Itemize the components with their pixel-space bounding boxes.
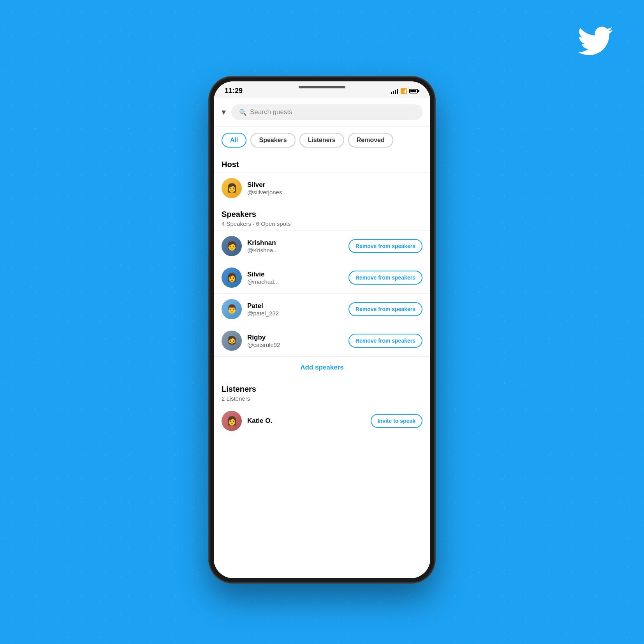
avatar-silver: 👩: [222, 178, 242, 198]
silvie-info: Silvie @machad...: [247, 271, 348, 285]
avatar-krishnan: 🧑: [222, 236, 242, 256]
tab-speakers[interactable]: Speakers: [250, 133, 295, 148]
status-icons: 📶: [391, 88, 419, 94]
host-user-info: Silver @siilverjones: [247, 181, 422, 195]
search-icon: 🔍: [239, 109, 247, 116]
silvie-name: Silvie: [247, 271, 348, 278]
search-placeholder: Search guests: [250, 108, 292, 116]
phone-frame: 11:29 📶: [209, 77, 435, 583]
chevron-down-icon[interactable]: ▾: [222, 107, 226, 117]
filter-tabs: All Speakers Listeners Removed: [214, 127, 430, 154]
search-bar[interactable]: 🔍 Search guests: [231, 104, 422, 120]
phone-notch: [299, 86, 345, 88]
phone-screen: 11:29 📶: [214, 81, 430, 578]
listeners-section: Listeners 2 Listeners 👩 Katie O. Invite …: [214, 378, 430, 436]
rigby-handle: @catsrule92: [247, 341, 348, 348]
twitter-logo: [578, 23, 613, 66]
speakers-section-subtitle: 4 Speakers · 6 Open spots: [222, 220, 422, 227]
host-section-title: Host: [222, 160, 422, 169]
status-bar: 11:29 📶: [214, 81, 430, 98]
patel-handle: @patel_232: [247, 310, 348, 317]
krishnan-info: Krishnan @Krishna...: [247, 239, 348, 253]
tab-listeners[interactable]: Listeners: [299, 133, 344, 148]
host-name: Silver: [247, 181, 422, 189]
tab-all[interactable]: All: [222, 133, 246, 148]
listeners-section-subtitle: 2 Listeners: [222, 395, 422, 402]
header: ▾ 🔍 Search guests: [214, 98, 430, 127]
remove-silvie-button[interactable]: Remove from speakers: [348, 271, 422, 285]
krishnan-name: Krishnan: [247, 239, 348, 247]
wifi-icon: 📶: [400, 88, 407, 94]
katie-name: Katie O.: [247, 417, 371, 425]
krishnan-handle: @Krishna...: [247, 247, 348, 253]
patel-info: Patel @patel_232: [247, 302, 348, 317]
speaker-row-silvie: 👩 Silvie @machad... Remove from speakers: [214, 262, 430, 293]
avatar-rigby: 🧔: [222, 331, 242, 351]
remove-patel-button[interactable]: Remove from speakers: [348, 302, 422, 316]
silvie-handle: @machad...: [247, 278, 348, 285]
remove-krishnan-button[interactable]: Remove from speakers: [348, 239, 422, 253]
host-handle: @siilverjones: [247, 189, 422, 195]
invite-katie-button[interactable]: Invite to speak: [371, 414, 422, 428]
remove-rigby-button[interactable]: Remove from speakers: [348, 334, 422, 348]
listeners-section-title: Listeners: [222, 385, 422, 394]
listeners-section-header: Listeners 2 Listeners: [214, 378, 430, 405]
speaker-row-patel: 👨 Patel @patel_232 Remove from speakers: [214, 293, 430, 325]
katie-info: Katie O.: [247, 417, 371, 425]
signal-bars-icon: [391, 88, 398, 94]
battery-icon: [409, 89, 419, 93]
tab-removed[interactable]: Removed: [348, 133, 393, 148]
twitter-bird-icon: [578, 23, 613, 58]
avatar-katie: 👩: [222, 411, 242, 431]
add-speakers-row: Add speakers: [214, 356, 430, 378]
speakers-section-title: Speakers: [222, 210, 422, 219]
rigby-info: Rigby @catsrule92: [247, 334, 348, 348]
host-section-header: Host: [214, 154, 430, 172]
status-time: 11:29: [225, 87, 243, 95]
avatar-patel: 👨: [222, 299, 242, 319]
rigby-name: Rigby: [247, 334, 348, 341]
speaker-row-rigby: 🧔 Rigby @catsrule92 Remove from speakers: [214, 325, 430, 356]
add-speakers-button[interactable]: Add speakers: [300, 364, 344, 371]
listener-row-katie: 👩 Katie O. Invite to speak: [214, 405, 430, 436]
app-content: ▾ 🔍 Search guests All Speakers Listeners…: [214, 98, 430, 578]
patel-name: Patel: [247, 302, 348, 310]
speakers-section-header: Speakers 4 Speakers · 6 Open spots: [214, 204, 430, 230]
speaker-row-krishnan: 🧑 Krishnan @Krishna... Remove from speak…: [214, 230, 430, 262]
avatar-silvie: 👩: [222, 267, 242, 288]
host-user-row: 👩 Silver @siilverjones: [214, 172, 430, 204]
